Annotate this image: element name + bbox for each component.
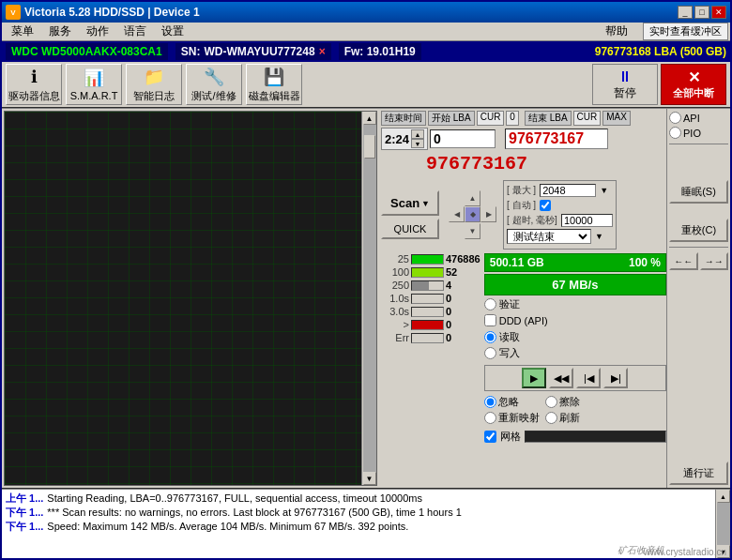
test-repair-button[interactable]: 🔧 测试/维修 — [186, 64, 242, 105]
stat-err-value: 0 — [446, 332, 451, 343]
ddd-row: DDD (API) — [484, 314, 666, 326]
chart-icon: 📊 — [84, 68, 104, 88]
scan-button[interactable]: Scan ▼ — [381, 190, 439, 216]
stat-100-bar — [411, 267, 444, 278]
cert-button[interactable]: 通行证 — [669, 462, 728, 485]
nav-left-button[interactable]: ◀ — [449, 206, 465, 222]
network-checkbox[interactable] — [484, 431, 496, 443]
write-radio[interactable] — [484, 347, 496, 359]
remap-label: 重新映射 — [498, 411, 540, 425]
nav-down-button[interactable]: ▼ — [465, 223, 480, 239]
scroll-up-button[interactable]: ▲ — [363, 112, 376, 125]
reset-button[interactable]: 重校(C) — [669, 219, 728, 242]
stat-1s-bar — [411, 294, 444, 304]
log-scroll-down[interactable]: ▼ — [717, 545, 730, 558]
log-msg-1: *** Scan results: no warnings, no errors… — [47, 506, 461, 520]
menu-help[interactable]: 帮助 — [598, 22, 635, 41]
end-lba-input[interactable] — [505, 129, 608, 149]
ddd-label: DDD (API) — [499, 315, 548, 326]
menu-service[interactable]: 服务 — [41, 22, 79, 41]
smart-log-button[interactable]: 📁 智能日志 — [126, 64, 182, 105]
test-end-select[interactable]: 测试结束 — [507, 229, 591, 244]
step-back-button[interactable]: |◀ — [576, 368, 601, 388]
start-lba-header: 开始 LBA — [428, 111, 475, 126]
max-header: MAX — [602, 111, 631, 126]
sleep-button[interactable]: 睡眠(S) — [669, 180, 728, 204]
menu-language[interactable]: 语言 — [116, 22, 154, 41]
menu-action[interactable]: 动作 — [79, 22, 116, 41]
time-down-button[interactable]: ▼ — [411, 139, 424, 148]
next-button[interactable]: →→ — [700, 252, 729, 270]
serial-clear-button[interactable]: × — [319, 45, 326, 58]
speed-progress-column: 500.11 GB 100 % 67 MB/s 验证 DDD (API) — [484, 253, 666, 445]
stat-100-fill — [412, 268, 443, 277]
timeout-input[interactable] — [561, 214, 613, 227]
disk-editor-button[interactable]: 💾 磁盘编辑器 — [246, 64, 302, 105]
smart-label: S.M.A.R.T — [70, 90, 118, 101]
max-size-input[interactable] — [540, 184, 596, 197]
progress-percent: 100 % — [629, 256, 661, 269]
step-fwd-button[interactable]: ▶| — [603, 368, 628, 388]
separator-1 — [669, 144, 728, 144]
start-lba-input[interactable] — [430, 129, 496, 148]
write-row: 写入 — [484, 346, 666, 360]
left-opts: 忽略 重新映射 — [484, 395, 540, 425]
readwrite-options: 读取 写入 — [484, 330, 666, 361]
scroll-down-button[interactable]: ▼ — [363, 472, 376, 485]
end-select-row: 测试结束 ▼ — [507, 229, 613, 244]
pio-radio[interactable] — [669, 127, 681, 139]
max-dropdown-icon[interactable]: ▼ — [600, 186, 608, 195]
pio-row: PIO — [669, 127, 728, 139]
end-dropdown-icon[interactable]: ▼ — [595, 232, 603, 241]
log-msg-0: Starting Reading, LBA=0..976773167, FULL… — [47, 492, 422, 506]
nav-center-button[interactable]: ◆ — [465, 206, 480, 222]
smart-button[interactable]: 📊 S.M.A.R.T — [66, 64, 122, 105]
verify-radio[interactable] — [484, 298, 496, 310]
menu-settings[interactable]: 设置 — [154, 22, 191, 41]
log-area: 上午 1... Starting Reading, LBA=0..9767731… — [2, 488, 730, 558]
nav-right-button[interactable]: ▶ — [480, 206, 496, 222]
play-button[interactable]: ▶ — [522, 368, 546, 388]
ignore-label: 忽略 — [498, 395, 519, 409]
menu-file[interactable]: 菜单 — [4, 22, 41, 41]
devicebar: WDC WD5000AAKX-083CA1 SN: WD-WMAYUU77724… — [2, 41, 730, 62]
stat-err-bar — [411, 333, 444, 343]
stop-button[interactable]: ✕ 全部中断 — [661, 64, 726, 105]
block-size-section: [ 最大 ] ▼ [ 自动 ] [ 超时, 毫秒] 测试结束 — [503, 180, 617, 250]
lba-row-1: 2:24 ▲ ▼ — [381, 128, 666, 150]
serial-value: WD-WMAYUU777248 — [204, 45, 314, 58]
refresh-radio[interactable] — [545, 412, 557, 424]
pause-button[interactable]: ⏸ 暂停 — [592, 64, 658, 105]
minimize-button[interactable]: _ — [678, 6, 693, 19]
auto-checkbox[interactable] — [540, 200, 551, 211]
close-button[interactable]: ✕ — [711, 6, 726, 19]
remap-radio[interactable] — [484, 412, 496, 424]
log-scroll-up[interactable]: ▲ — [717, 490, 730, 503]
scroll-thumb[interactable] — [364, 135, 375, 159]
drive-info-button[interactable]: ℹ 驱动器信息 — [6, 64, 62, 105]
stat-250: 250 4 — [381, 280, 480, 291]
log-time-0: 上午 1... — [6, 492, 43, 506]
realtime-button[interactable]: 实时查看缓冲区 — [643, 23, 728, 40]
nav-up-button[interactable]: ▲ — [465, 190, 480, 206]
time-up-button[interactable]: ▲ — [411, 129, 424, 139]
log-msg-2: Speed: Maximum 142 MB/s. Average 104 MB/… — [47, 520, 408, 534]
scan-dropdown-icon: ▼ — [421, 199, 430, 208]
api-label: API — [683, 113, 700, 124]
rewind-button[interactable]: ◀◀ — [549, 368, 573, 388]
ignore-radio[interactable] — [484, 396, 496, 408]
separator-2 — [669, 247, 728, 248]
quick-button[interactable]: QUICK — [381, 219, 439, 239]
menu-right: 帮助 实时查看缓冲区 — [598, 22, 728, 41]
erase-radio[interactable] — [545, 396, 557, 408]
prev-button[interactable]: ←← — [669, 252, 698, 270]
read-radio[interactable] — [484, 331, 496, 343]
api-radio[interactable] — [669, 112, 681, 124]
disk-icon: 💾 — [264, 67, 284, 87]
titlebar-left: V Victoria 5.28 HDD/SSD | Device 1 — [6, 5, 200, 20]
ddd-checkbox[interactable] — [484, 314, 496, 326]
stat-err-label: Err — [381, 332, 409, 343]
maximize-button[interactable]: □ — [694, 6, 709, 19]
log-scroll-track — [717, 503, 730, 545]
device-name: WDC WD5000AAKX-083CA1 — [6, 43, 168, 60]
